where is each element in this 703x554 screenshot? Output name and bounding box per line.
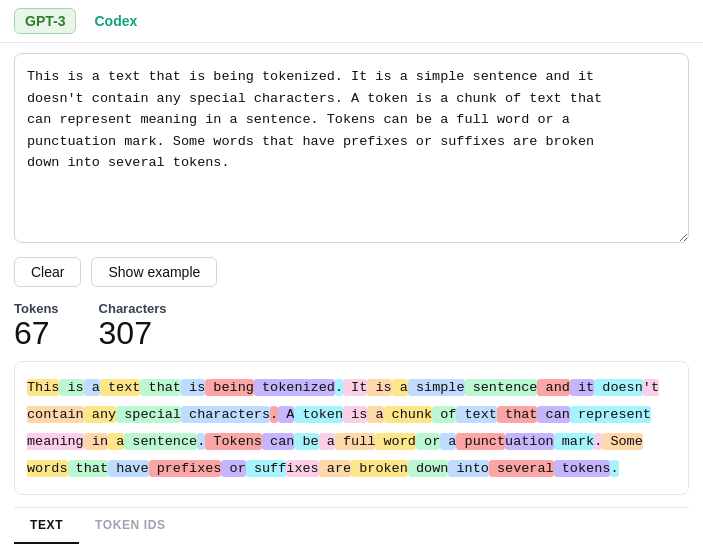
token-span: full bbox=[335, 433, 376, 450]
token-span: be bbox=[294, 433, 318, 450]
token-span: text bbox=[100, 379, 141, 396]
token-span: suff bbox=[246, 460, 287, 477]
token-span: punct bbox=[456, 433, 505, 450]
stats-row: Tokens 67 Characters 307 bbox=[14, 301, 689, 351]
token-span: in bbox=[84, 433, 108, 450]
token-span: token bbox=[294, 406, 343, 423]
tab-text[interactable]: TEXT bbox=[14, 508, 79, 544]
token-span: are bbox=[319, 460, 351, 477]
token-span: broken bbox=[351, 460, 408, 477]
token-span: is bbox=[343, 406, 367, 423]
token-span: that bbox=[140, 379, 181, 396]
tab-gpt3[interactable]: GPT-3 bbox=[14, 8, 76, 34]
token-span: text bbox=[456, 406, 497, 423]
characters-stat: Characters 307 bbox=[99, 301, 167, 351]
token-span: a bbox=[108, 433, 124, 450]
token-span: a bbox=[319, 433, 335, 450]
token-span: It bbox=[343, 379, 367, 396]
token-span: tokenized bbox=[254, 379, 335, 396]
token-span: . bbox=[270, 406, 278, 423]
tokens-value: 67 bbox=[14, 316, 59, 351]
characters-value: 307 bbox=[99, 316, 167, 351]
token-span: can bbox=[537, 406, 569, 423]
token-span: contain bbox=[27, 406, 84, 423]
token-span: can bbox=[262, 433, 294, 450]
token-span: or bbox=[416, 433, 440, 450]
tab-codex[interactable]: Codex bbox=[84, 9, 147, 33]
token-span: a bbox=[367, 406, 383, 423]
token-span: being bbox=[205, 379, 254, 396]
token-span: word bbox=[375, 433, 416, 450]
token-span: A bbox=[278, 406, 294, 423]
token-span: Some bbox=[602, 433, 643, 450]
token-span: have bbox=[108, 460, 149, 477]
token-span: down bbox=[408, 460, 449, 477]
token-span: sentence bbox=[465, 379, 538, 396]
main-area: Clear Show example Tokens 67 Characters … bbox=[0, 43, 703, 554]
token-span: several bbox=[489, 460, 554, 477]
token-span: meaning bbox=[27, 433, 84, 450]
token-span: a bbox=[440, 433, 456, 450]
token-span: is bbox=[59, 379, 83, 396]
button-row: Clear Show example bbox=[14, 257, 689, 287]
characters-label: Characters bbox=[99, 301, 167, 316]
token-span: Tokens bbox=[205, 433, 262, 450]
bottom-tabs: TEXT TOKEN IDS bbox=[14, 507, 689, 544]
token-span: and bbox=[537, 379, 569, 396]
token-span: tokens bbox=[554, 460, 611, 477]
token-span: sentence bbox=[124, 433, 197, 450]
token-display: This is a text that is being tokenized. … bbox=[14, 361, 689, 495]
token-span: uation bbox=[505, 433, 554, 450]
token-span: doesn bbox=[594, 379, 643, 396]
clear-button[interactable]: Clear bbox=[14, 257, 81, 287]
tokens-label: Tokens bbox=[14, 301, 59, 316]
token-span: or bbox=[221, 460, 245, 477]
token-span: represent bbox=[570, 406, 651, 423]
token-span: ixes bbox=[286, 460, 318, 477]
token-span: is bbox=[181, 379, 205, 396]
token-span: prefixes bbox=[149, 460, 222, 477]
token-span: 't bbox=[643, 379, 659, 396]
token-span: that bbox=[497, 406, 538, 423]
token-span: is bbox=[367, 379, 391, 396]
tokenizer-input[interactable] bbox=[14, 53, 689, 243]
token-span: that bbox=[68, 460, 109, 477]
token-span: This bbox=[27, 379, 59, 396]
token-span: into bbox=[448, 460, 489, 477]
token-span: words bbox=[27, 460, 68, 477]
tab-token-ids[interactable]: TOKEN IDS bbox=[79, 508, 182, 544]
token-span: chunk bbox=[384, 406, 433, 423]
token-span: a bbox=[392, 379, 408, 396]
token-span: simple bbox=[408, 379, 465, 396]
token-span: mark bbox=[554, 433, 595, 450]
token-span: . bbox=[335, 379, 343, 396]
token-span: . bbox=[610, 460, 618, 477]
tab-bar: GPT-3 Codex bbox=[0, 0, 703, 43]
token-span: special bbox=[116, 406, 181, 423]
show-example-button[interactable]: Show example bbox=[91, 257, 217, 287]
token-span: it bbox=[570, 379, 594, 396]
token-span: of bbox=[432, 406, 456, 423]
tokens-stat: Tokens 67 bbox=[14, 301, 59, 351]
token-span: any bbox=[84, 406, 116, 423]
token-span: characters bbox=[181, 406, 270, 423]
token-span: a bbox=[84, 379, 100, 396]
